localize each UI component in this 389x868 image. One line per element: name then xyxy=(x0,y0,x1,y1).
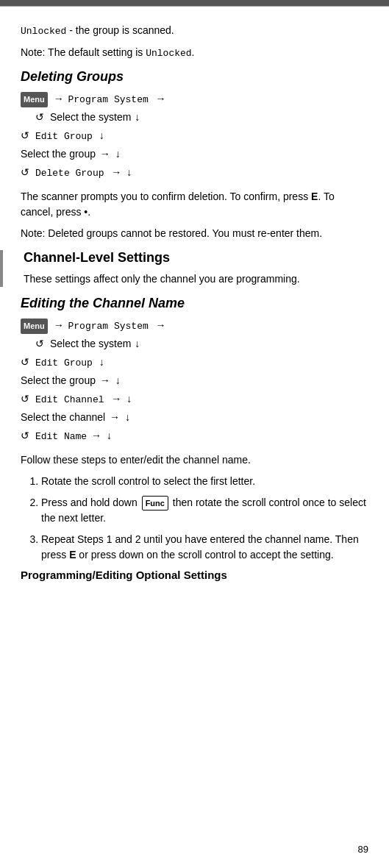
rotate-icon-1: ↺ xyxy=(35,109,44,127)
nav-menu-line-1: Menu → Program System → xyxy=(21,90,368,108)
page-container: Unlocked - the group is scanned. Note: T… xyxy=(0,0,389,868)
rotate-icon-6: ↺ xyxy=(21,391,29,408)
arrow-down-8: ↓ xyxy=(126,393,132,405)
follow-steps-text: Follow these steps to enter/edit the cha… xyxy=(21,452,368,468)
arrow-down-10: ↓ xyxy=(107,430,112,441)
select-system-text-2: Select the system xyxy=(50,338,132,349)
channel-level-desc: These settings affect only the channel y… xyxy=(24,271,368,287)
delete-note-para: Note: Deleted groups cannot be restored.… xyxy=(21,226,368,241)
arrow-down-3: ↓ xyxy=(115,148,121,160)
nav-select-group-1: Select the group → ↓ xyxy=(21,146,368,163)
nav-rotate-4: ↺ Select the system ↓ xyxy=(21,335,368,353)
step-2: Press and hold down Func then rotate the… xyxy=(41,495,368,527)
page-number: 89 xyxy=(358,844,368,855)
arrow-right-1: → xyxy=(54,93,64,104)
arrow-down-1: ↓ xyxy=(135,111,140,123)
top-bar xyxy=(0,0,389,6)
arrow-right-3: → xyxy=(100,148,110,160)
content: Unlocked - the group is scanned. Note: T… xyxy=(0,13,389,597)
steps-list: Rotate the scroll control to select the … xyxy=(21,474,368,563)
program-system-1: Program System xyxy=(68,94,154,105)
arrow-right-2: → xyxy=(156,93,166,104)
arrow-right-7: → xyxy=(100,374,110,386)
arrow-down-9: ↓ xyxy=(125,411,130,423)
step-1-text: Rotate the scroll control to select the … xyxy=(41,475,255,487)
nav-rotate-6: ↺ Edit Channel → ↓ xyxy=(21,391,368,408)
step-3-text: Repeat Steps 1 and 2 until you have ente… xyxy=(41,533,359,561)
nav-rotate-3: ↺ Delete Group → ↓ xyxy=(21,164,368,182)
nav-rotate-2: ↺ Edit Group ↓ xyxy=(21,127,368,145)
func-badge: Func xyxy=(142,496,168,511)
select-system-text-1: Select the system xyxy=(50,111,132,123)
step-3: Repeat Steps 1 and 2 until you have ente… xyxy=(41,532,368,563)
arrow-right-6: → xyxy=(156,319,166,331)
programming-title: Programming/Editing Optional Settings xyxy=(21,569,368,581)
step-1: Rotate the scroll control to select the … xyxy=(41,474,368,489)
arrow-right-8: → xyxy=(111,393,121,405)
nav-rotate-7: ↺ Edit Name → ↓ xyxy=(21,427,368,445)
arrow-down-5: ↓ xyxy=(135,338,140,349)
edit-name-1: Edit Name xyxy=(35,431,87,442)
unlocked-mono-1: Unlocked xyxy=(21,26,66,37)
arrow-right-10: → xyxy=(91,430,101,441)
arrow-down-7: ↓ xyxy=(115,374,121,386)
program-system-2: Program System xyxy=(68,321,154,332)
arrow-right-9: → xyxy=(110,411,120,423)
rotate-icon-3: ↺ xyxy=(21,164,29,182)
edit-channel-1: Edit Channel xyxy=(35,394,110,405)
delete-confirm-para: The scanner prompts you to confirm delet… xyxy=(21,189,368,220)
arrow-right-5: → xyxy=(54,319,64,331)
divider-line xyxy=(0,6,389,7)
arrow-down-2: ↓ xyxy=(99,129,104,141)
step-2-text: Press and hold down xyxy=(41,497,140,508)
edit-group-2: Edit Group xyxy=(35,357,99,369)
arrow-right-4: → xyxy=(111,166,121,178)
channel-level-bar xyxy=(0,250,3,287)
nav-rotate-1: ↺ Select the system ↓ xyxy=(21,109,368,127)
menu-badge-1: Menu xyxy=(21,92,48,107)
nav-menu-line-2: Menu → Program System → xyxy=(21,317,368,335)
arrow-down-4: ↓ xyxy=(126,166,132,178)
channel-level-title: Channel-Level Settings xyxy=(24,250,368,266)
menu-badge-2: Menu xyxy=(21,319,48,334)
nav-rotate-5: ↺ Edit Group ↓ xyxy=(21,354,368,371)
editing-channel-name-title: Editing the Channel Name xyxy=(21,296,368,311)
rotate-icon-2: ↺ xyxy=(21,127,29,145)
nav-select-group-2: Select the group → ↓ xyxy=(21,372,368,390)
bold-e-1: E xyxy=(311,191,318,202)
rotate-icon-7: ↺ xyxy=(21,427,29,445)
intro-line-2: Note: The default setting is Unlocked. xyxy=(21,45,368,61)
nav-select-channel: Select the channel → ↓ xyxy=(21,409,368,427)
unlocked-mono-2: Unlocked xyxy=(146,48,191,59)
arrow-down-6: ↓ xyxy=(99,356,104,368)
bold-e-2: E xyxy=(69,549,76,561)
channel-level-section: Channel-Level Settings These settings af… xyxy=(0,250,368,287)
edit-group-1: Edit Group xyxy=(35,131,99,142)
rotate-icon-5: ↺ xyxy=(21,354,29,371)
deleting-groups-title: Deleting Groups xyxy=(21,69,368,85)
rotate-icon-4: ↺ xyxy=(35,335,44,353)
intro-line-1: Unlocked - the group is scanned. xyxy=(21,23,368,39)
delete-group-1: Delete Group xyxy=(35,168,110,179)
